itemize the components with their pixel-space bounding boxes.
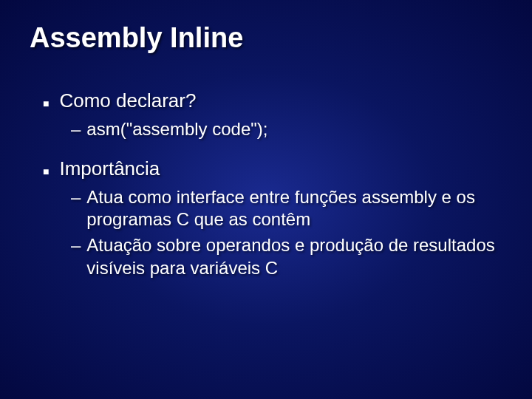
bullet-item: ■ Importância (43, 157, 502, 182)
sub-bullet-item: – Atuação sobre operandos e produção de … (71, 234, 502, 279)
sub-bullet-item: – asm("assembly code"); (71, 118, 502, 141)
square-bullet-icon: ■ (43, 93, 49, 114)
sub-bullet-item: – Atua como interface entre funções asse… (71, 186, 502, 231)
dash-bullet-icon: – (71, 187, 81, 208)
bullet-text: Importância (59, 157, 160, 180)
sub-bullet-text: Atua como interface entre funções assemb… (86, 186, 502, 231)
dash-bullet-icon: – (71, 119, 81, 140)
square-bullet-icon: ■ (43, 161, 49, 182)
sub-bullet-text: asm("assembly code"); (86, 118, 267, 141)
bullet-text: Como declarar? (59, 89, 196, 112)
slide-title: Assembly Inline (30, 22, 502, 54)
bullet-item: ■ Como declarar? (43, 89, 502, 114)
dash-bullet-icon: – (71, 235, 81, 256)
sub-bullet-text: Atuação sobre operandos e produção de re… (86, 234, 502, 279)
